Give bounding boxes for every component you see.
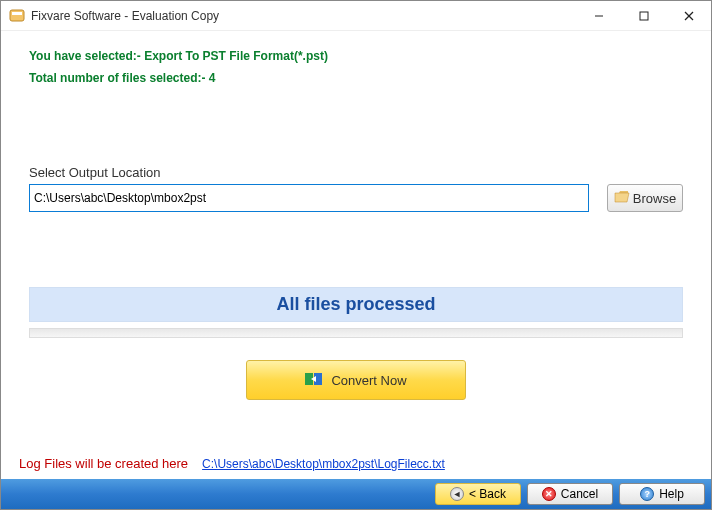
log-label: Log Files will be created here xyxy=(19,456,188,471)
progress-bar xyxy=(29,328,683,338)
cancel-button[interactable]: ✕ Cancel xyxy=(527,483,613,505)
selection-info: You have selected:- Export To PST File F… xyxy=(29,49,683,63)
log-path-link[interactable]: C:\Users\abc\Desktop\mbox2pst\LogFilecc.… xyxy=(202,457,445,471)
svg-rect-1 xyxy=(12,12,22,15)
back-label: < Back xyxy=(469,487,506,501)
svg-rect-0 xyxy=(10,10,24,21)
convert-icon xyxy=(305,371,323,390)
svg-rect-3 xyxy=(640,12,648,20)
help-label: Help xyxy=(659,487,684,501)
output-section: Select Output Location Browse xyxy=(29,165,683,212)
minimize-button[interactable] xyxy=(576,1,621,31)
file-count-info: Total number of files selected:- 4 xyxy=(29,71,683,85)
titlebar: Fixvare Software - Evaluation Copy xyxy=(1,1,711,31)
back-button[interactable]: ◄ < Back xyxy=(435,483,521,505)
convert-now-button[interactable]: Convert Now xyxy=(246,360,466,400)
cancel-label: Cancel xyxy=(561,487,598,501)
help-icon: ? xyxy=(640,487,654,501)
back-icon: ◄ xyxy=(450,487,464,501)
convert-section: Convert Now xyxy=(29,360,683,400)
output-label: Select Output Location xyxy=(29,165,683,180)
output-path-input[interactable] xyxy=(29,184,589,212)
folder-icon xyxy=(614,190,630,207)
log-info-row: Log Files will be created here C:\Users\… xyxy=(19,456,445,471)
app-window: Fixvare Software - Evaluation Copy You h… xyxy=(0,0,712,510)
window-title: Fixvare Software - Evaluation Copy xyxy=(31,9,219,23)
status-section: All files processed xyxy=(29,287,683,338)
output-path-row: Browse xyxy=(29,184,683,212)
convert-label: Convert Now xyxy=(331,373,406,388)
maximize-button[interactable] xyxy=(621,1,666,31)
cancel-icon: ✕ xyxy=(542,487,556,501)
status-text: All files processed xyxy=(29,287,683,322)
close-button[interactable] xyxy=(666,1,711,31)
browse-button[interactable]: Browse xyxy=(607,184,683,212)
app-icon xyxy=(9,8,25,24)
footer-bar: ◄ < Back ✕ Cancel ? Help xyxy=(1,479,711,509)
help-button[interactable]: ? Help xyxy=(619,483,705,505)
content-area: You have selected:- Export To PST File F… xyxy=(1,31,711,400)
window-controls xyxy=(576,1,711,31)
browse-label: Browse xyxy=(633,191,676,206)
